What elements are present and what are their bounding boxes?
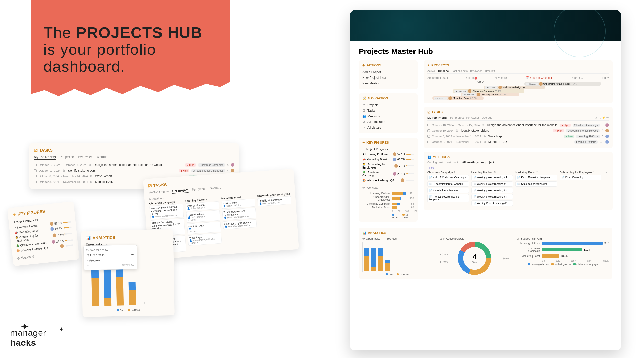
meeting-card[interactable]: 📄 Kick-off meeting xyxy=(560,175,601,180)
nav-item[interactable]: 👥Meetings xyxy=(362,114,414,119)
checkbox-icon[interactable] xyxy=(34,164,37,166)
meeting-card[interactable]: 📄 Project closure meeting template xyxy=(427,194,469,202)
tab-mtp[interactable]: My Top Priority xyxy=(148,189,169,195)
checkbox-icon[interactable] xyxy=(427,129,430,132)
keyfigure-row[interactable]: 🧑‍💼 Onboarding for Employees 7.7% xyxy=(362,162,414,170)
board-card[interactable]: Track progress and performance👤 Manu Man… xyxy=(222,208,256,221)
meeting-card[interactable]: 📄 Kick-off meeting template xyxy=(515,175,557,180)
meeting-card[interactable]: 📄 Weekly Project meeting #5 xyxy=(471,200,513,206)
meeting-card[interactable]: 📄 Kick-off Christmas Campaign xyxy=(427,175,469,180)
meeting-card[interactable]: 📄 IT coordination for website xyxy=(427,181,469,187)
tab-per-owner[interactable]: Per owner xyxy=(78,155,92,160)
keyfigure-row[interactable]: 🎨 Website Redesign Q4 xyxy=(362,178,414,183)
workload-row: Onboarding for Employees 100 xyxy=(362,196,414,201)
action-item[interactable]: New Meeting xyxy=(362,81,414,86)
action-item[interactable]: Add a Project xyxy=(362,69,414,75)
headline-line3: dashboard. xyxy=(43,58,125,75)
meeting-card[interactable]: 📄 Weekly project meeting #2 xyxy=(471,181,513,187)
checkbox-icon: ☑ xyxy=(427,110,430,114)
board-card[interactable]: Record video1👤 Sofia Dimitriou☐ Done xyxy=(186,210,220,223)
timeline-bar[interactable]: ● Execution Marketing Boost 66.7% xyxy=(432,96,484,100)
analytics-view-dropdown[interactable]: ◷ Open tasks⋯ ≡ Progress + New view xyxy=(83,245,137,270)
keyfigure-row[interactable]: ✦ Learning Platform 57.1% xyxy=(362,152,414,157)
checkbox-icon[interactable] xyxy=(427,124,430,126)
action-item[interactable]: New Project Idea xyxy=(362,75,414,81)
tab[interactable]: Per owner xyxy=(466,116,479,119)
tab-my-top-priority[interactable]: My Top Priority xyxy=(34,155,56,160)
checkbox-icon[interactable] xyxy=(34,175,37,177)
quarter-select[interactable]: Quarter ⌄ xyxy=(570,76,583,80)
budget-row: Marketing Boost $8.0K xyxy=(517,254,609,258)
tab-po[interactable]: Per owner xyxy=(192,187,206,192)
meetings-block: 👥MEETINGS Coming nextLast monthAll meeti… xyxy=(424,152,613,210)
avatar xyxy=(231,169,234,172)
board-card[interactable]: Monitor RAID👤 —☐ Done xyxy=(187,221,221,234)
board-card[interactable]: Write Report👤 Manu ManagerHacks☐ Done xyxy=(188,233,222,246)
task-row[interactable]: October 10, 2024 🗎 Identify stakeholders… xyxy=(34,168,234,173)
board-card[interactable]: Identify stakeholders👤 Monica Dimitriou xyxy=(257,196,291,206)
tab[interactable]: Overdue xyxy=(482,116,492,119)
meeting-card[interactable]: 📄 Weekly project meeting #4 xyxy=(471,194,513,199)
page-icon: 🗎 xyxy=(483,140,486,144)
meetings-sort[interactable]: ▾ Date ⌄ xyxy=(427,167,609,170)
tab-past-projects[interactable]: Past projects xyxy=(451,69,468,72)
checkbox-icon[interactable] xyxy=(34,181,37,183)
tab[interactable]: My Top Priority xyxy=(427,116,447,119)
task-row[interactable]: October 10, 2024 → October 15, 2024 🗎 De… xyxy=(34,162,234,168)
add-column[interactable]: + xyxy=(604,171,609,207)
keyfigure-row[interactable]: 📣 Marketing Boost 66.7% xyxy=(362,157,414,162)
task-row[interactable]: October 8, 2024 → November 14, 2024 🗎 Wr… xyxy=(427,133,609,139)
chart-icon: 📊 xyxy=(362,231,366,235)
nav-item[interactable]: 👁All visuals xyxy=(362,125,414,130)
star-icon: ✦ xyxy=(427,63,430,67)
page-icon: 🗎 xyxy=(88,163,91,167)
tab-pp[interactable]: Per project xyxy=(172,188,189,194)
kanban-column: Onboarding for Employees 1 📄 Kick-off me… xyxy=(560,171,601,207)
dd-new-view[interactable]: + New view xyxy=(85,262,135,268)
nav-item[interactable]: 🗂All templates xyxy=(362,119,414,125)
avatar xyxy=(605,129,609,132)
chart-icon: 📊 xyxy=(86,236,91,240)
checkbox-icon[interactable] xyxy=(427,141,430,143)
task-row[interactable]: October 8, 2024 → November 18, 2024 🗎 Mo… xyxy=(427,139,609,145)
today-button[interactable]: Today xyxy=(601,76,609,80)
checkbox-icon[interactable] xyxy=(34,169,37,172)
keyfigure-row[interactable]: 🎄 Christmas Campaign 23.1% xyxy=(362,170,414,178)
meeting-card[interactable]: 📄 Weekly project meeting #1 xyxy=(471,175,513,180)
dropdown-search[interactable] xyxy=(85,247,135,252)
board-card[interactable]: Post production👤 Sofia Dimitriou xyxy=(186,201,220,211)
board-card[interactable]: Post content👤 Sofia Dimitriou xyxy=(221,199,255,209)
tab[interactable]: Last month xyxy=(446,161,459,164)
tab-ov[interactable]: Overdue xyxy=(209,186,221,191)
filter-icon[interactable]: ⚙ ↑↓ ⚡ ⋯ xyxy=(595,116,609,119)
kf-workload-right[interactable]: ◷ Workload xyxy=(362,185,414,190)
meeting-card[interactable]: 📄 Stakeholder interviews xyxy=(515,181,557,187)
tab-by-owner[interactable]: By owner xyxy=(470,69,482,72)
task-row[interactable]: October 10, 2024 → October 15, 2024 🗎 De… xyxy=(427,122,609,128)
tab-overdue[interactable]: Overdue xyxy=(96,155,107,160)
nav-item[interactable]: ☑Tasks xyxy=(362,108,414,114)
keyfigures-block: ✦KEY FIGURES ≡ Project Progress ✦ Learni… xyxy=(359,138,418,222)
timeline[interactable]: Oct 14 ● Backlog Onboarding for Employee… xyxy=(427,82,609,100)
timeline-bar[interactable]: ● Initiation Website Redesign Q4 xyxy=(484,86,545,89)
tab[interactable]: All meetings per project xyxy=(462,161,494,164)
timeline-bar[interactable]: ● Planning Christmas Campaign 23.1% xyxy=(453,89,524,93)
meeting-card[interactable]: 📄 Weekly project meeting #3 xyxy=(471,188,513,193)
analytics-title: 📊ANALYTICS xyxy=(86,234,168,240)
board-card[interactable]: Develop the Christmas campaign concept a… xyxy=(150,204,184,219)
tab[interactable]: Per project xyxy=(450,116,464,119)
timeline-bar[interactable]: ● Execution Learning Platform 57.1% xyxy=(461,93,519,96)
timeline-bar[interactable]: ● Backlog Onboarding for Employees 7.7% xyxy=(524,82,601,86)
board-card[interactable]: Conduct project closure👤 Manu ManagerHac… xyxy=(223,219,257,229)
tab[interactable]: Coming next xyxy=(427,161,443,164)
tab-per-project[interactable]: Per project xyxy=(60,155,74,160)
workload-row: Christmas Campaign 85 xyxy=(362,202,414,205)
tab-active[interactable]: Active xyxy=(427,69,435,72)
checkbox-icon[interactable] xyxy=(427,135,430,138)
open-calendar-link[interactable]: 📅 Open in Calendar xyxy=(526,76,552,80)
meeting-card[interactable]: 📄 Stakeholder interviews xyxy=(427,188,469,193)
tab-time-left[interactable]: Time left xyxy=(485,69,495,72)
tab-timeline[interactable]: Timeline xyxy=(438,69,449,72)
nav-item[interactable]: ≡Projects xyxy=(362,102,414,108)
task-row[interactable]: October 10, 2024 🗎 Identify stakeholders… xyxy=(427,128,609,133)
